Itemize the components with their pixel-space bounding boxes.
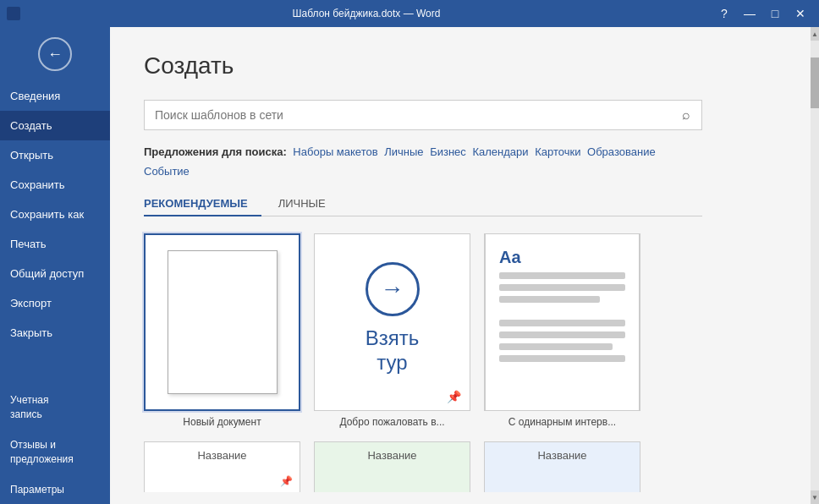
maximize-button[interactable]: □ — [763, 3, 787, 24]
aa-line-1 — [499, 272, 625, 279]
search-button[interactable]: ⌕ — [671, 101, 701, 129]
tab-recommended[interactable]: РЕКОМЕНДУЕМЫЕ — [144, 190, 261, 216]
template-card-bottom-1[interactable]: Название 📌 — [144, 441, 300, 492]
sidebar-item-account[interactable]: Учетнаязапись — [0, 385, 110, 430]
sidebar-item-info[interactable]: Сведения — [0, 81, 110, 111]
content-area: Создать ⌕ Предложения для поиска: Наборы… — [110, 27, 819, 504]
template-thumb-new-doc — [144, 233, 300, 411]
template-thumb-bottom-3: Название — [484, 441, 640, 492]
tab-personal[interactable]: ЛИЧНЫЕ — [278, 190, 339, 216]
title-bar-title: Шаблон бейджика.dotx — Word — [20, 8, 712, 19]
help-button[interactable]: ? — [712, 3, 736, 24]
title-bar-controls: ? — □ ✕ — [712, 3, 812, 24]
suggestion-layouts[interactable]: Наборы макетов — [293, 145, 377, 158]
aa-line-7 — [499, 355, 625, 362]
aa-line-2 — [499, 284, 625, 291]
templates-grid-bottom: Название 📌 Название Название — [144, 441, 785, 492]
template-label-tour: Добро пожаловать в... — [339, 416, 444, 428]
tabs: РЕКОМЕНДУЕМЫЕ ЛИЧНЫЕ — [144, 190, 702, 216]
content-inner: Создать ⌕ Предложения для поиска: Наборы… — [110, 27, 819, 504]
bottom-pin-1: 📌 — [280, 475, 293, 487]
new-doc-preview — [168, 250, 278, 394]
sidebar-item-save-as[interactable]: Сохранить как — [0, 200, 110, 229]
scroll-down-arrow[interactable]: ▼ — [811, 490, 819, 504]
search-bar: ⌕ — [144, 100, 702, 130]
suggestion-personal[interactable]: Личные — [384, 145, 423, 158]
close-button[interactable]: ✕ — [789, 3, 812, 24]
suggestion-business[interactable]: Бизнес — [430, 145, 466, 158]
scroll-thumb[interactable] — [811, 58, 819, 108]
sidebar-item-open[interactable]: Открыть — [0, 140, 110, 170]
sidebar-item-print[interactable]: Печать — [0, 229, 110, 259]
sidebar-item-share[interactable]: Общий доступ — [0, 259, 110, 288]
back-icon: ← — [47, 46, 63, 63]
template-card-spacing[interactable]: Aa С одинарным интерв... — [484, 233, 640, 428]
suggestion-event[interactable]: Событие — [144, 165, 190, 178]
word-icon — [7, 7, 20, 20]
suggestion-education[interactable]: Образование — [587, 145, 656, 158]
sidebar-item-feedback[interactable]: Отзывы ипредложения — [0, 430, 110, 475]
scrollbar[interactable]: ▲ ▼ — [811, 27, 819, 504]
suggestions: Предложения для поиска: Наборы макетов Л… — [144, 142, 702, 182]
scroll-up-arrow[interactable]: ▲ — [811, 27, 819, 41]
back-button[interactable]: ← — [38, 37, 72, 71]
bottom-label-3: Название — [537, 449, 586, 462]
sidebar: ← Сведения Создать Открыть Сохранить Сох… — [0, 27, 110, 504]
template-card-tour[interactable]: → Взятьтур 📌 Добро пожаловать в... — [314, 233, 470, 428]
aa-thumb-preview: Aa — [485, 233, 640, 411]
sidebar-item-create[interactable]: Создать — [0, 111, 110, 140]
sidebar-item-options[interactable]: Параметры — [0, 475, 110, 504]
template-label-spacing: С одинарным интерв... — [508, 416, 616, 428]
template-thumb-tour: → Взятьтур 📌 — [314, 233, 470, 411]
app-body: ← Сведения Создать Открыть Сохранить Сох… — [0, 27, 819, 504]
title-bar: Шаблон бейджика.dotx — Word ? — □ ✕ — [0, 0, 819, 27]
sidebar-item-close[interactable]: Закрыть — [0, 318, 110, 348]
templates-grid: Новый документ → Взятьтур 📌 Добро пожало… — [144, 233, 785, 428]
tour-pin-icon: 📌 — [447, 390, 461, 403]
suggestion-cards[interactable]: Карточки — [535, 145, 580, 158]
template-card-bottom-3[interactable]: Название — [484, 441, 640, 492]
suggestion-calendar[interactable]: Календари — [472, 145, 528, 158]
tour-arrow-icon: → — [366, 262, 420, 316]
suggestions-label: Предложения для поиска: — [144, 145, 287, 158]
aa-line-3 — [499, 296, 600, 303]
search-icon: ⌕ — [682, 107, 690, 123]
bottom-label-1: Название — [197, 449, 246, 462]
template-thumb-bottom-2: Название — [314, 441, 470, 492]
search-input[interactable] — [145, 101, 671, 129]
tour-text: Взятьтур — [366, 326, 420, 375]
title-bar-left — [7, 7, 20, 20]
aa-title: Aa — [499, 248, 625, 267]
template-thumb-spacing: Aa — [484, 233, 640, 411]
template-card-new-doc[interactable]: Новый документ — [144, 233, 300, 428]
aa-line-5 — [499, 331, 625, 338]
bottom-label-2: Название — [367, 449, 416, 462]
page-title: Создать — [144, 52, 785, 79]
template-thumb-bottom-1: Название 📌 — [144, 441, 300, 492]
sidebar-item-save[interactable]: Сохранить — [0, 170, 110, 200]
sidebar-item-export[interactable]: Экспорт — [0, 288, 110, 318]
template-card-bottom-2[interactable]: Название — [314, 441, 470, 492]
template-label-new-doc: Новый документ — [183, 416, 261, 428]
minimize-button[interactable]: — — [738, 3, 761, 24]
aa-line-6 — [499, 343, 613, 350]
aa-line-4 — [499, 320, 625, 326]
